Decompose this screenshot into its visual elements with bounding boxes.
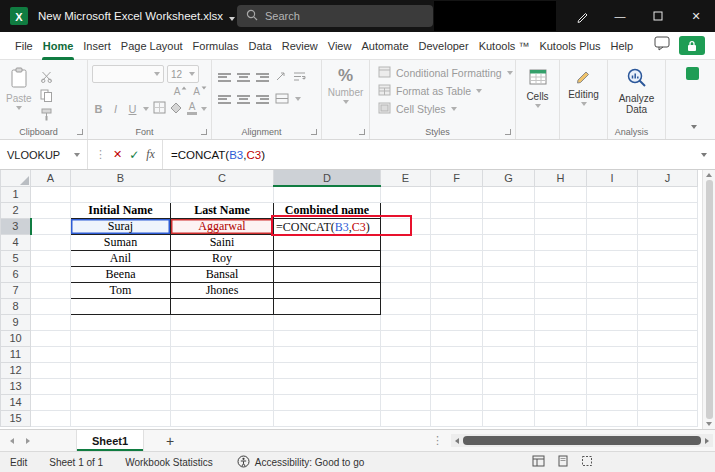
cell-I5[interactable] xyxy=(587,250,638,266)
cell-G15[interactable] xyxy=(483,410,535,426)
cell-C7[interactable]: Jhones xyxy=(171,282,274,298)
cell-C10[interactable] xyxy=(171,330,274,346)
row-header-14[interactable]: 14 xyxy=(1,394,31,410)
clipboard-dialog-launcher[interactable] xyxy=(77,129,83,135)
cell-E12[interactable] xyxy=(381,362,431,378)
cell-F11[interactable] xyxy=(431,346,483,362)
cell-F12[interactable] xyxy=(431,362,483,378)
cell-A1[interactable] xyxy=(31,186,71,202)
wrap-text-icon[interactable] xyxy=(293,68,306,86)
italic-button[interactable]: I xyxy=(109,103,122,115)
search-box[interactable]: Search xyxy=(237,5,433,27)
cell-E2[interactable] xyxy=(381,202,431,218)
cell-E14[interactable] xyxy=(381,394,431,410)
cell-I12[interactable] xyxy=(587,362,638,378)
cell-E13[interactable] xyxy=(381,378,431,394)
column-header-J[interactable]: J xyxy=(638,170,698,186)
cell-F13[interactable] xyxy=(431,378,483,394)
cell-F7[interactable] xyxy=(431,282,483,298)
cell-A3[interactable] xyxy=(31,218,71,234)
cell-H11[interactable] xyxy=(535,346,587,362)
cell-H14[interactable] xyxy=(535,394,587,410)
cell-F15[interactable] xyxy=(431,410,483,426)
excel-logo-icon[interactable]: X xyxy=(10,7,28,25)
cell-H13[interactable] xyxy=(535,378,587,394)
row-header-12[interactable]: 12 xyxy=(1,362,31,378)
cell-H9[interactable] xyxy=(535,314,587,330)
cell-B12[interactable] xyxy=(71,362,171,378)
increase-font-size-icon[interactable]: A xyxy=(174,86,188,97)
cell-H3[interactable] xyxy=(535,218,587,234)
cell-D5[interactable] xyxy=(274,250,381,266)
column-header-I[interactable]: I xyxy=(587,170,638,186)
row-header-8[interactable]: 8 xyxy=(1,298,31,314)
underline-button[interactable]: U xyxy=(126,103,139,115)
cell-G5[interactable] xyxy=(483,250,535,266)
bold-button[interactable]: B xyxy=(92,103,105,115)
cell-G1[interactable] xyxy=(483,186,535,202)
row-header-4[interactable]: 4 xyxy=(1,234,31,250)
vertical-scrollbar-thumb[interactable] xyxy=(706,180,713,419)
vertical-scrollbar[interactable] xyxy=(702,170,715,429)
normal-view-icon[interactable] xyxy=(532,455,545,469)
cell-I6[interactable] xyxy=(587,266,638,282)
cell-J3[interactable] xyxy=(638,218,698,234)
cell-A14[interactable] xyxy=(31,394,71,410)
title-chevron-icon[interactable] xyxy=(229,7,235,25)
borders-icon[interactable] xyxy=(153,100,166,118)
page-break-view-icon[interactable] xyxy=(581,455,593,469)
cell-B14[interactable] xyxy=(71,394,171,410)
font-color-icon[interactable]: A xyxy=(187,103,197,115)
cell-A15[interactable] xyxy=(31,410,71,426)
row-header-10[interactable]: 10 xyxy=(1,330,31,346)
cancel-formula-icon[interactable]: ✕ xyxy=(113,148,122,161)
cell-C2[interactable]: Last Name xyxy=(171,202,274,218)
conditional-formatting-button[interactable]: Conditional Formatting xyxy=(370,64,515,82)
accessibility-status[interactable]: Accessibility: Good to go xyxy=(237,455,365,470)
column-header-B[interactable]: B xyxy=(71,170,171,186)
cell-H4[interactable] xyxy=(535,234,587,250)
workbook-statistics-button[interactable]: Workbook Statistics xyxy=(125,457,213,468)
sheetbar-more-icon[interactable]: ⋮ xyxy=(432,434,443,447)
select-all-corner[interactable] xyxy=(1,170,31,186)
cell-J9[interactable] xyxy=(638,314,698,330)
cell-B2[interactable]: Initial Name xyxy=(71,202,171,218)
editing-button[interactable]: Editing xyxy=(560,64,607,106)
cell-G13[interactable] xyxy=(483,378,535,394)
cell-D3[interactable]: =CONCAT(B3,C3) xyxy=(274,218,381,234)
tab-insert[interactable]: Insert xyxy=(78,32,116,60)
cell-B13[interactable] xyxy=(71,378,171,394)
cell-E1[interactable] xyxy=(381,186,431,202)
column-header-E[interactable]: E xyxy=(381,170,431,186)
cell-F9[interactable] xyxy=(431,314,483,330)
cell-H1[interactable] xyxy=(535,186,587,202)
cell-A9[interactable] xyxy=(31,314,71,330)
cell-J4[interactable] xyxy=(638,234,698,250)
horizontal-scrollbar[interactable] xyxy=(451,434,713,447)
cell-B3[interactable]: Suraj xyxy=(71,218,171,234)
format-painter-icon[interactable] xyxy=(38,106,56,122)
cell-A5[interactable] xyxy=(31,250,71,266)
tab-kutools-plus[interactable]: Kutools Plus xyxy=(534,32,605,60)
horizontal-scrollbar-thumb[interactable] xyxy=(463,436,701,445)
cell-F14[interactable] xyxy=(431,394,483,410)
insert-function-icon[interactable]: fx xyxy=(146,147,155,162)
cell-F5[interactable] xyxy=(431,250,483,266)
cell-A12[interactable] xyxy=(31,362,71,378)
align-bottom-icon[interactable] xyxy=(256,72,269,82)
cells-button[interactable]: Cells xyxy=(516,64,559,108)
cell-G2[interactable] xyxy=(483,202,535,218)
cell-D12[interactable] xyxy=(274,362,381,378)
share-button[interactable] xyxy=(679,36,705,55)
cell-G3[interactable] xyxy=(483,218,535,234)
tab-formulas[interactable]: Formulas xyxy=(188,32,244,60)
cell-F10[interactable] xyxy=(431,330,483,346)
row-header-9[interactable]: 9 xyxy=(1,314,31,330)
cell-G10[interactable] xyxy=(483,330,535,346)
cell-E10[interactable] xyxy=(381,330,431,346)
alignment-dialog-launcher[interactable] xyxy=(311,129,317,135)
cell-I14[interactable] xyxy=(587,394,638,410)
align-center-icon[interactable] xyxy=(237,94,250,104)
cell-H10[interactable] xyxy=(535,330,587,346)
cell-J15[interactable] xyxy=(638,410,698,426)
